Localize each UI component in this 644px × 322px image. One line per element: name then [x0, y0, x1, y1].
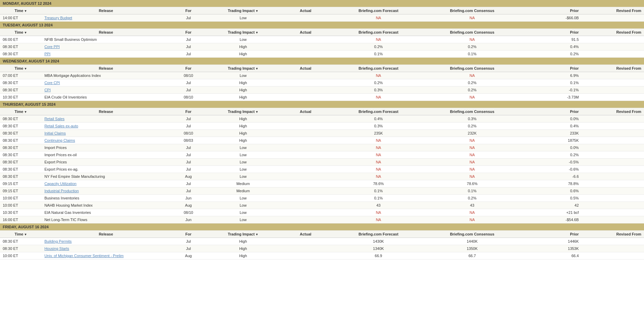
sort-arrow-icon: ▼ [24, 9, 27, 13]
day-header-row: TUESDAY, AUGUST 13 2024 [0, 22, 644, 29]
col-header-time[interactable]: Time▼ [0, 108, 42, 115]
release-link[interactable]: Capacity Utilization [44, 182, 77, 186]
release-cell[interactable]: Initial Claims [42, 130, 170, 137]
bc-forecast-cell: NA [331, 144, 425, 151]
release-link[interactable]: Building Permits [44, 239, 71, 243]
release-link[interactable]: Treasury Budget [44, 16, 72, 20]
release-cell[interactable]: Continuing Claims [42, 137, 170, 144]
table-row: 09:15 ETIndustrial ProductionJulMedium0.… [0, 187, 644, 195]
col-header-revised-from: Revised From [582, 231, 644, 238]
time-cell: 09:15 ET [0, 187, 42, 195]
release-link[interactable]: Core PPI [44, 45, 60, 49]
for-cell: Jul [170, 14, 207, 22]
column-header-row: Time▼ReleaseForTrading Impact▼ActualBrie… [0, 7, 644, 14]
for-cell: Jul [170, 180, 207, 187]
bc-consensus-cell: NA [425, 14, 519, 22]
col-header-time[interactable]: Time▼ [0, 231, 42, 238]
time-cell: 08:30 ET [0, 144, 42, 151]
release-link[interactable]: Retail Sales [44, 117, 65, 121]
col-header-for: For [170, 7, 207, 14]
col-header-release: Release [42, 65, 170, 72]
col-header-briefingcom-consensus: Briefing.com Consensus [425, 7, 519, 14]
release-cell[interactable]: CPI [42, 87, 170, 94]
time-cell: 08:30 ET [0, 87, 42, 94]
release-cell[interactable]: Core PPI [42, 43, 170, 50]
release-cell[interactable]: Core CPI [42, 79, 170, 87]
col-header-trading-impact[interactable]: Trading Impact▼ [207, 65, 279, 72]
col-header-briefingcom-forecast: Briefing.com Forecast [331, 108, 425, 115]
for-cell: Jul [170, 43, 207, 50]
sort-arrow-icon: ▼ [24, 67, 27, 70]
prior-cell: 42 [519, 202, 582, 209]
for-cell: 08/10 [170, 209, 207, 216]
col-header-revised-from: Revised From [582, 7, 644, 14]
impact-cell: Low [207, 195, 279, 202]
prior-cell: 0.2% [519, 50, 582, 58]
day-header-label: TUESDAY, AUGUST 13 2024 [0, 22, 644, 29]
revised-cell [582, 238, 644, 245]
time-cell: 16:00 ET [0, 216, 42, 223]
table-row: 10:00 ETUniv. of Michigan Consumer Senti… [0, 252, 644, 260]
col-header-release: Release [42, 231, 170, 238]
col-header-for: For [170, 231, 207, 238]
release-cell[interactable]: Retail Sales [42, 115, 170, 123]
release-cell[interactable]: Treasury Budget [42, 14, 170, 22]
col-header-release: Release [42, 108, 170, 115]
impact-cell: Low [207, 36, 279, 43]
col-header-trading-impact[interactable]: Trading Impact▼ [207, 231, 279, 238]
release-cell[interactable]: Building Permits [42, 238, 170, 245]
actual-cell [280, 202, 332, 209]
table-row: 08:30 ETRetail SalesJulHigh0.4%0.3%0.0% [0, 115, 644, 123]
for-cell: Jul [170, 245, 207, 252]
release-link[interactable]: Univ. of Michigan Consumer Sentiment - P… [44, 254, 124, 258]
time-cell: 08:30 ET [0, 43, 42, 50]
col-header-time[interactable]: Time▼ [0, 65, 42, 72]
release-link[interactable]: Industrial Production [44, 189, 79, 193]
release-cell[interactable]: PPI [42, 50, 170, 58]
release-link[interactable]: Core CPI [44, 81, 60, 85]
release-cell[interactable]: Capacity Utilization [42, 180, 170, 187]
bc-forecast-cell: 66.9 [331, 252, 425, 260]
col-header-trading-impact[interactable]: Trading Impact▼ [207, 7, 279, 14]
release-link[interactable]: Retail Sales ex-auto [44, 124, 78, 128]
impact-cell: High [207, 94, 279, 101]
col-header-prior: Prior [519, 231, 582, 238]
actual-cell [280, 159, 332, 166]
col-header-time[interactable]: Time▼ [0, 29, 42, 36]
release-link[interactable]: PPI [44, 52, 50, 56]
release-link[interactable]: Housing Starts [44, 246, 69, 251]
impact-cell: Low [207, 209, 279, 216]
prior-cell: 233K [519, 130, 582, 137]
prior-cell: 6.9% [519, 72, 582, 79]
col-header-actual: Actual [280, 29, 332, 36]
col-header-release: Release [42, 7, 170, 14]
col-header-actual: Actual [280, 108, 332, 115]
actual-cell [280, 130, 332, 137]
for-cell: Aug [170, 173, 207, 180]
prior-cell: -$54.6B [519, 216, 582, 223]
release-cell[interactable]: Univ. of Michigan Consumer Sentiment - P… [42, 252, 170, 260]
col-header-time[interactable]: Time▼ [0, 7, 42, 14]
actual-cell [280, 14, 332, 22]
col-header-briefingcom-forecast: Briefing.com Forecast [331, 231, 425, 238]
for-cell: Jul [170, 144, 207, 151]
prior-cell: 0.2% [519, 151, 582, 159]
prior-cell: 0.5% [519, 195, 582, 202]
release-cell[interactable]: Retail Sales ex-auto [42, 123, 170, 130]
bc-consensus-cell: NA [425, 144, 519, 151]
release-link[interactable]: Initial Claims [44, 131, 66, 135]
release-cell[interactable]: Housing Starts [42, 245, 170, 252]
release-cell[interactable]: Industrial Production [42, 187, 170, 195]
col-header-trading-impact[interactable]: Trading Impact▼ [207, 29, 279, 36]
day-header-row: MONDAY, AUGUST 12 2024 [0, 0, 644, 7]
prior-cell: +21 bcf [519, 209, 582, 216]
col-header-briefingcom-forecast: Briefing.com Forecast [331, 29, 425, 36]
release-link[interactable]: CPI [44, 88, 50, 92]
col-header-revised-from: Revised From [582, 108, 644, 115]
release-cell: Business Inventories [42, 195, 170, 202]
bc-consensus-cell: 0.2% [425, 43, 519, 50]
col-header-trading-impact[interactable]: Trading Impact▼ [207, 108, 279, 115]
actual-cell [280, 151, 332, 159]
time-cell: 08:30 ET [0, 245, 42, 252]
release-link[interactable]: Continuing Claims [44, 138, 75, 142]
